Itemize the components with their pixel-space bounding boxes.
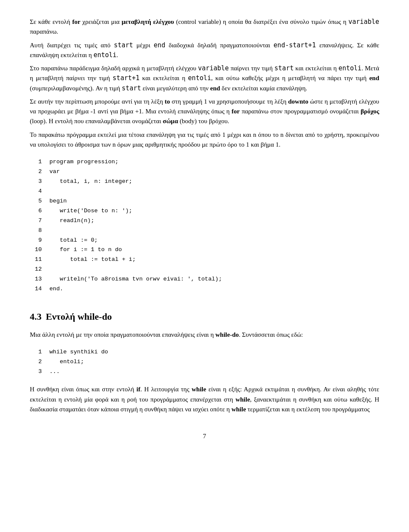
- code-line-6: 6 write('Dose to n: ');: [30, 206, 379, 216]
- code-line-11: 11 total := total + i;: [30, 255, 379, 265]
- line-num-2: 2: [30, 167, 42, 177]
- intro-paragraph-3: Στο παραπάνω παράδειγμα δηλαδή αρχικά η …: [30, 64, 379, 93]
- section-43-paragraph-1: Μια άλλη εντολή με την οποία πραγματοποι…: [30, 330, 379, 340]
- intro-paragraph-2: Αυτή διατρέχει τις τιμές από start μέχρι…: [30, 40, 379, 61]
- code-line-1: 1 program progression;: [30, 157, 379, 167]
- code2-line-3: 3 ...: [30, 367, 379, 377]
- code-line-9: 9 total := 0;: [30, 236, 379, 246]
- intro-paragraph-1: Σε κάθε εντολή for χρειάζεται μια μεταβλ…: [30, 17, 379, 37]
- line-num-4: 4: [30, 187, 42, 197]
- code-text-14: end.: [49, 284, 63, 294]
- intro-paragraph-5: Το παρακάτω πρόγραμμα εκτελεί μια τέτοια…: [30, 130, 379, 150]
- code-text-6: write('Dose to n: ');: [49, 206, 132, 216]
- code-line-8: 8: [30, 226, 379, 236]
- line-num-13: 13: [30, 275, 42, 284]
- line-num-7: 7: [30, 216, 42, 226]
- line-num-6: 6: [30, 206, 42, 216]
- code-text-9: total := 0;: [49, 236, 98, 246]
- code-line-13: 13 writeln('To a8roisma tvn orwv eivai: …: [30, 275, 379, 284]
- code2-num-2: 2: [30, 357, 42, 367]
- code-line-7: 7 readln(n);: [30, 216, 379, 226]
- code-text-11: total := total + i;: [49, 255, 136, 265]
- page-number: 7: [30, 431, 379, 441]
- code2-line-2: 2 entoli;: [30, 357, 379, 367]
- code-line-5: 5 begin: [30, 197, 379, 206]
- intro-paragraph-4: Σε αυτήν την περίπτωση μπορούμε αντί για…: [30, 97, 379, 127]
- section-43-paragraph-2: Η συνθήκη είναι όπως και στην εντολή if.…: [30, 385, 379, 414]
- code-line-10: 10 for i := 1 to n do: [30, 245, 379, 255]
- line-num-12: 12: [30, 265, 42, 275]
- code-line-14: 14 end.: [30, 284, 379, 294]
- code2-num-1: 1: [30, 347, 42, 357]
- code2-text-1: while synthiki do: [49, 347, 108, 357]
- code-text-13: writeln('To a8roisma tvn orwv eivai: ', …: [49, 275, 222, 284]
- code-text-1: program progression;: [49, 157, 118, 167]
- code2-text-2: entoli;: [49, 357, 84, 367]
- code-line-12: 12: [30, 265, 379, 275]
- code-block-1: 1 program progression; 2 var 3 total, i,…: [30, 157, 379, 294]
- code-text-3: total, i, n: integer;: [49, 177, 132, 187]
- section-43-number: 4.3: [30, 311, 42, 322]
- section-43-heading: 4.3Εντολή while-do: [30, 309, 379, 324]
- line-num-9: 9: [30, 236, 42, 246]
- code-text-7: readln(n);: [49, 216, 94, 226]
- code2-text-3: ...: [49, 367, 60, 377]
- code-block-2: 1 while synthiki do 2 entoli; 3 ...: [30, 347, 379, 377]
- section-43-title: Εντολή while-do: [46, 311, 112, 322]
- line-num-8: 8: [30, 226, 42, 236]
- line-num-14: 14: [30, 284, 42, 294]
- line-num-11: 11: [30, 255, 42, 265]
- code-line-3: 3 total, i, n: integer;: [30, 177, 379, 187]
- code-line-2: 2 var: [30, 167, 379, 177]
- code-text-2: var: [49, 167, 60, 177]
- line-num-10: 10: [30, 245, 42, 255]
- line-num-1: 1: [30, 157, 42, 167]
- code-text-5: begin: [49, 197, 67, 206]
- page-content: Σε κάθε εντολή for χρειάζεται μια μεταβλ…: [30, 17, 379, 441]
- line-num-3: 3: [30, 177, 42, 187]
- code2-line-1: 1 while synthiki do: [30, 347, 379, 357]
- code-line-4: 4: [30, 187, 379, 197]
- code2-num-3: 3: [30, 367, 42, 377]
- code-text-10: for i := 1 to n do: [49, 245, 122, 255]
- line-num-5: 5: [30, 197, 42, 206]
